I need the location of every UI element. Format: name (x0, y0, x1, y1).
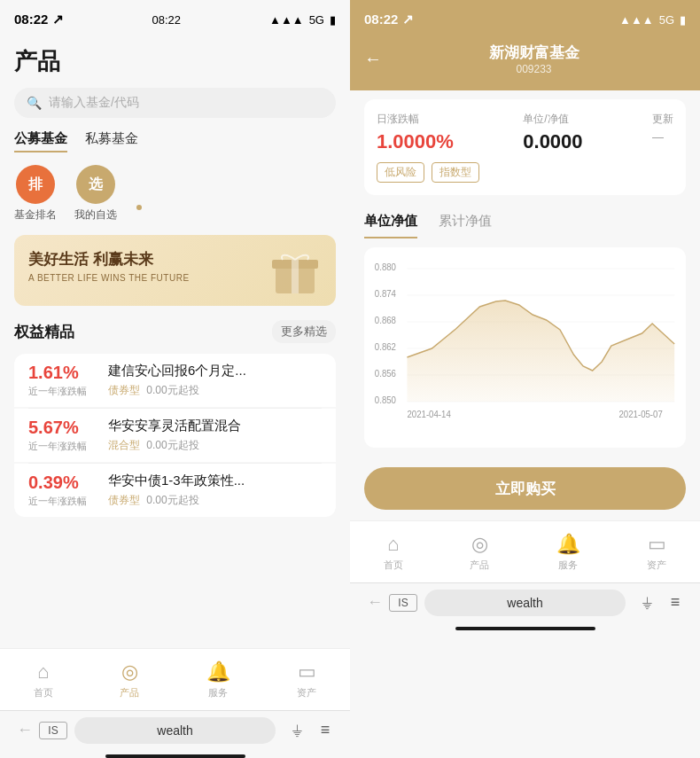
assets-label-left: 资产 (297, 686, 316, 699)
browser-mic-left[interactable]: ⏚ (283, 721, 311, 739)
nav-assets-right[interactable]: ▭ 资产 (647, 533, 666, 572)
browser-mic-right[interactable]: ⏚ (633, 593, 661, 612)
assets-icon-left: ▭ (298, 660, 316, 684)
left-content: 产品 🔍 请输入基金/代码 公募基金 私募基金 排 基金排名 选 我的自选 美好… (0, 39, 350, 648)
daily-value: 1.0000% (377, 130, 454, 153)
fund-type-0: 债券型 0.00元起投 (108, 383, 322, 398)
banner[interactable]: 美好生活 利赢未来 A BETTER LIFE WINS THE FUTURE (14, 235, 336, 306)
browser-back-left[interactable]: ← (11, 721, 39, 739)
tab-private-fund[interactable]: 私募基金 (85, 130, 138, 152)
fund-item-0[interactable]: 1.61% 近一年涨跌幅 建信安心回报6个月定... 债券型 0.00元起投 (14, 354, 336, 407)
section-more-btn[interactable]: 更多精选 (272, 320, 336, 343)
svg-text:2021-05-07: 2021-05-07 (619, 410, 663, 419)
browser-back-right[interactable]: ← (361, 593, 389, 612)
right-phone: 08:22 ↗ ▲▲▲ 5G ▮ ← 新湖财富基金 009233 日涨跌幅 1.… (350, 0, 700, 758)
fund-change-2: 0.39% (28, 473, 108, 493)
products-icon-right: ◎ (471, 533, 488, 556)
chart-container: 0.880 0.874 0.868 0.862 0.856 0.850 (364, 247, 686, 448)
browser-address-right[interactable]: wealth (424, 590, 626, 616)
search-bar[interactable]: 🔍 请输入基金/代码 (14, 88, 336, 118)
products-label-right: 产品 (470, 559, 489, 572)
section-title: 权益精品 (14, 322, 74, 342)
fund-tags: 低风险 指数型 (377, 162, 673, 183)
nav-services-right[interactable]: 🔔 服务 (556, 533, 580, 572)
network-left: 5G (309, 13, 324, 27)
signal-icon-left: ▲▲▲ (269, 13, 304, 27)
nav-assets-left[interactable]: ▭ 资产 (297, 660, 316, 699)
home-icon-left: ⌂ (37, 660, 49, 684)
nav-products-left[interactable]: ◎ 产品 (120, 660, 139, 699)
update-stat: 更新 — (652, 112, 673, 153)
status-right-right: ▲▲▲ 5G ▮ (619, 13, 686, 27)
nav-value: 0.0000 (523, 130, 582, 153)
rank-label: 基金排名 (14, 207, 57, 223)
browser-bookmark-right[interactable]: IS (389, 594, 417, 612)
fund-change-0: 1.61% (28, 363, 108, 383)
browser-bar-right: ← IS wealth ⏚ ≡ (350, 582, 700, 621)
buy-btn-wrap: 立即购买 (350, 457, 700, 520)
update-value: — (652, 130, 673, 144)
banner-gift-icon (268, 244, 322, 297)
home-label-right: 首页 (384, 559, 403, 572)
status-bar-left: 08:22 ↗ 08:22 ▲▲▲ 5G ▮ (0, 0, 350, 39)
nav-products-right[interactable]: ◎ 产品 (470, 533, 489, 572)
home-indicator-right (455, 627, 595, 630)
services-icon-right: 🔔 (556, 533, 580, 556)
buy-button[interactable]: 立即购买 (364, 467, 686, 510)
search-icon: 🔍 (27, 96, 42, 110)
fund-name-1: 华安安享灵活配置混合 (108, 418, 322, 434)
fund-item-2[interactable]: 0.39% 近一年涨跌幅 华安中债1-3年政策性... 债券型 0.00元起投 (14, 464, 336, 517)
browser-menu-left[interactable]: ≡ (311, 721, 339, 739)
update-label: 更新 (652, 112, 673, 127)
svg-text:0.850: 0.850 (375, 395, 397, 405)
fund-detail-header: ← 新湖财富基金 009233 (350, 39, 700, 90)
nav-home-left[interactable]: ⌂ 首页 (34, 660, 53, 699)
daily-stat: 日涨跌幅 1.0000% (377, 112, 454, 153)
bottom-nav-left: ⌂ 首页 ◎ 产品 🔔 服务 ▭ 资产 (0, 648, 350, 710)
fund-list: 1.61% 近一年涨跌幅 建信安心回报6个月定... 债券型 0.00元起投 5… (14, 354, 336, 518)
fund-name-0: 建信安心回报6个月定... (108, 363, 322, 379)
tab-cumulative-nav[interactable]: 累计净值 (439, 213, 492, 238)
change-label-0: 近一年涨跌幅 (28, 385, 108, 398)
svg-text:0.880: 0.880 (375, 262, 397, 272)
fund-change-1: 5.67% (28, 418, 108, 438)
home-label-left: 首页 (34, 686, 53, 699)
fund-stats-header: 日涨跌幅 1.0000% 单位/净值 0.0000 更新 — (377, 112, 673, 153)
nav-home-right[interactable]: ⌂ 首页 (384, 533, 403, 572)
fund-info-1: 华安安享灵活配置混合 混合型 0.00元起投 (108, 418, 322, 453)
quick-action-rank[interactable]: 排 基金排名 (14, 165, 57, 223)
network-right: 5G (659, 13, 674, 27)
svg-text:0.862: 0.862 (375, 342, 396, 352)
status-time-left: 08:22 ↗ (14, 12, 64, 27)
fav-label: 我的自选 (74, 207, 117, 223)
fund-title-wrap: 新湖财富基金 009233 (382, 43, 686, 75)
status-bar-right: 08:22 ↗ ▲▲▲ 5G ▮ (350, 0, 700, 39)
tag-index-type: 指数型 (432, 162, 479, 183)
status-time-right: 08:22 ↗ (364, 12, 414, 27)
tab-public-fund[interactable]: 公募基金 (14, 130, 67, 152)
fund-item-1[interactable]: 5.67% 近一年涨跌幅 华安安享灵活配置混合 混合型 0.00元起投 (14, 409, 336, 462)
status-right-left: ▲▲▲ 5G ▮ (269, 13, 336, 27)
page-title: 产品 (0, 39, 350, 88)
fund-info-2: 华安中债1-3年政策性... 债券型 0.00元起投 (108, 473, 322, 508)
quick-action-fav[interactable]: 选 我的自选 (74, 165, 117, 223)
left-phone: 08:22 ↗ 08:22 ▲▲▲ 5G ▮ 产品 🔍 请输入基金/代码 公募基… (0, 0, 350, 758)
browser-menu-right[interactable]: ≡ (661, 593, 689, 612)
quick-actions: 排 基金排名 选 我的自选 (0, 165, 350, 223)
svg-text:0.868: 0.868 (375, 316, 397, 325)
browser-bookmark-left[interactable]: IS (39, 722, 67, 739)
nav-services-left[interactable]: 🔔 服务 (206, 660, 230, 699)
bottom-nav-right: ⌂ 首页 ◎ 产品 🔔 服务 ▭ 资产 (350, 520, 700, 582)
fund-type-1: 混合型 0.00元起投 (108, 438, 322, 453)
tab-unit-nav[interactable]: 单位净值 (364, 213, 417, 238)
browser-address-left[interactable]: wealth (74, 717, 276, 744)
fund-detail-code: 009233 (382, 63, 686, 75)
daily-label: 日涨跌幅 (377, 112, 454, 127)
back-button[interactable]: ← (364, 49, 382, 69)
fund-detail-title: 新湖财富基金 (382, 43, 686, 63)
tag-low-risk: 低风险 (377, 162, 424, 183)
battery-right: ▮ (680, 13, 686, 27)
assets-label-right: 资产 (647, 559, 666, 572)
fund-tabs: 公募基金 私募基金 (0, 130, 350, 152)
nav-label: 单位/净值 (523, 112, 582, 127)
